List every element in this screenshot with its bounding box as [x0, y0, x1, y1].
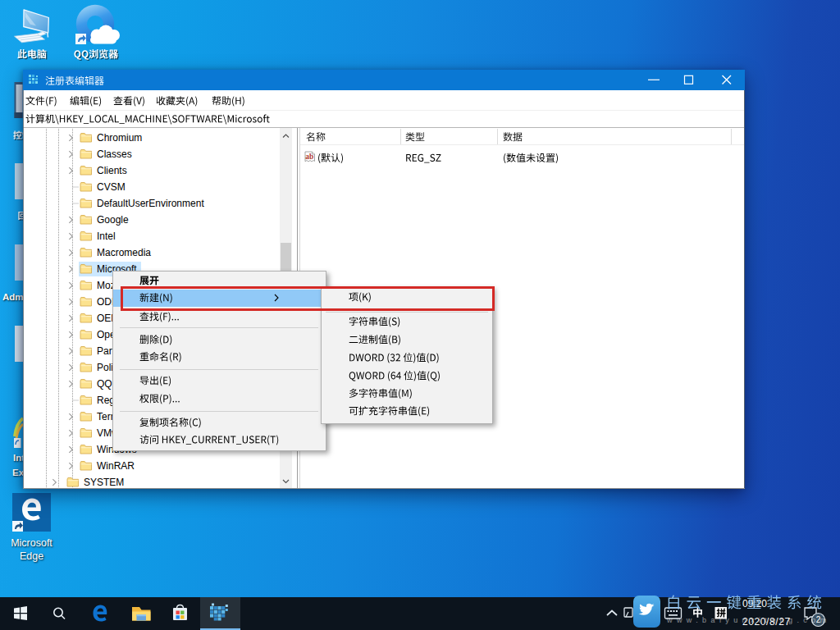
svg-text:ab: ab	[305, 153, 313, 161]
